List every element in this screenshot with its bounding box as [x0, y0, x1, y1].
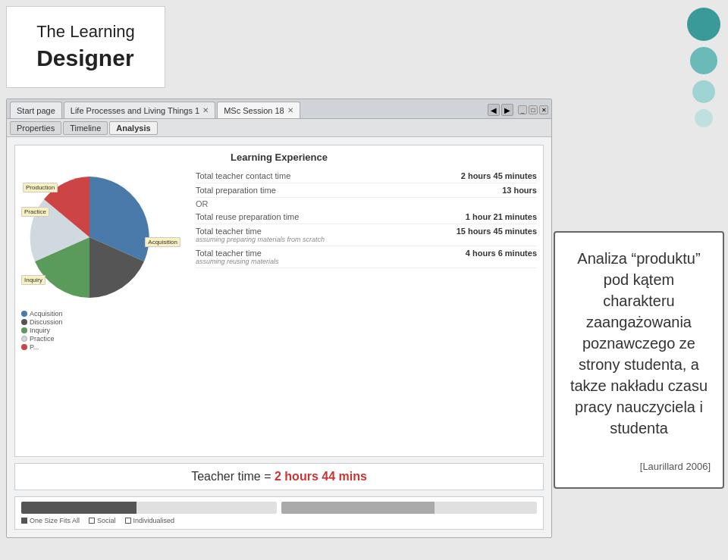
app-window: Start page Life Processes and Living Thi… [6, 99, 552, 538]
teacher-time-value: 2 hours 44 mins [275, 470, 367, 483]
legend-sq-one-size [21, 518, 27, 524]
progress-bar-1-fill [21, 502, 136, 514]
tab-life-processes-close[interactable]: ✕ [202, 106, 209, 114]
pie-label-acquisition: Acquisition [145, 237, 180, 247]
tab-msc-session[interactable]: MSc Session 18 ✕ [217, 102, 300, 118]
progress-bar-2-fill [281, 502, 435, 514]
minimize-button[interactable]: _ [518, 105, 527, 114]
stat-teacher2-label: Total teacher time [196, 249, 262, 258]
pie-label-practice: Practice [21, 207, 49, 217]
stat-contact-label: Total teacher contact time [196, 171, 290, 180]
sub-tab-properties[interactable]: Properties [10, 121, 61, 135]
close-button[interactable]: ✕ [539, 105, 548, 114]
legend-production: P... [21, 343, 188, 351]
teacher-time-prefix: Teacher time = [191, 470, 275, 483]
stat-contact-value: 2 hours 45 minutes [461, 171, 537, 180]
circle-4 [695, 109, 713, 127]
legend-individualised-label: Individualised [133, 517, 175, 524]
le-title: Learning Experience [21, 152, 537, 163]
le-body: Production Practice Inquiry Acquisition … [21, 169, 537, 352]
logo-box: The Learning Designer [6, 6, 165, 88]
legend-item-one-size: One Size Fits All [21, 517, 80, 524]
stat-teacher2-value: 4 hours 6 minutes [466, 249, 537, 258]
sub-tab-analysis[interactable]: Analysis [109, 121, 157, 135]
progress-bar-1-bg [21, 502, 277, 514]
stat-row-prep: Total preparation time 13 hours [196, 183, 537, 198]
stat-teacher1-label: Total teacher time [196, 227, 262, 236]
logo-line1: The Learning [36, 22, 135, 41]
legend-discussion: Discussion [21, 318, 188, 326]
tab-msc-session-close[interactable]: ✕ [287, 106, 293, 114]
stat-prep-label: Total preparation time [196, 186, 276, 195]
citation: [Laurillard 2006] [567, 461, 711, 472]
teacher-time-banner: Teacher time = 2 hours 44 mins [14, 463, 544, 490]
chart-legend: Acquisition Discussion Inquiry Prac [21, 310, 188, 351]
tab-start-page[interactable]: Start page [10, 102, 62, 118]
sub-tab-bar: Properties Timeline Analysis [7, 119, 551, 137]
legend-practice: Practice [21, 335, 188, 343]
legend-sq-individualised [125, 518, 131, 524]
circle-3 [692, 80, 715, 103]
stat-prep-value: 13 hours [502, 186, 537, 195]
sub-tab-timeline[interactable]: Timeline [63, 121, 108, 135]
stat-teacher2-sublabel: assuming reusing materials [196, 258, 279, 265]
pie-label-production: Production [23, 183, 58, 192]
legend-social-label: Social [97, 517, 116, 524]
progress-bar-2-bg [281, 502, 537, 514]
stat-or: OR [196, 198, 537, 210]
legend-production-label: P... [30, 343, 39, 351]
circle-2 [690, 47, 717, 74]
legend-discussion-label: Discussion [30, 318, 63, 326]
legend-inquiry-label: Inquiry [30, 327, 50, 334]
tab-bar: Start page Life Processes and Living Thi… [7, 99, 551, 119]
tab-life-processes-label: Life Processes and Living Things 1 [71, 106, 199, 115]
tab-navigation: ◀ ▶ [488, 104, 513, 116]
stat-row-teacher1: Total teacher time 15 hours 45 minutes a… [196, 224, 537, 246]
legend-item-social: Social [89, 517, 116, 524]
sub-tab-timeline-label: Timeline [70, 124, 101, 133]
legend-acquisition-label: Acquisition [30, 310, 63, 318]
stat-row-contact: Total teacher contact time 2 hours 45 mi… [196, 169, 537, 183]
content-area: Learning Experience [7, 137, 551, 537]
right-panel: Analiza “produktu” pod kątem charakteru … [554, 231, 724, 489]
stat-teacher1-sublabel: assuming preparing materials from scratc… [196, 236, 325, 243]
sub-tab-properties-label: Properties [17, 124, 55, 133]
legend-item-individualised: Individualised [125, 517, 175, 524]
tab-prev-button[interactable]: ◀ [488, 104, 500, 116]
stat-reuse-value: 1 hour 21 minutes [466, 212, 537, 221]
tab-msc-session-label: MSc Session 18 [224, 106, 284, 115]
pie-label-inquiry: Inquiry [21, 275, 46, 285]
window-controls: _ □ ✕ [518, 105, 548, 114]
progress-row-1 [21, 502, 537, 514]
learning-experience-panel: Learning Experience [14, 145, 544, 457]
stat-teacher1-value: 15 hours 45 minutes [457, 227, 537, 236]
maximize-button[interactable]: □ [529, 105, 538, 114]
circle-1 [687, 8, 720, 41]
logo-line2: Designer [36, 45, 133, 70]
stats-area: Total teacher contact time 2 hours 45 mi… [196, 169, 537, 352]
chart-area: Production Practice Inquiry Acquisition … [21, 169, 188, 352]
tab-start-page-label: Start page [17, 106, 55, 115]
bottom-legend: One Size Fits All Social Individualised [21, 517, 537, 524]
polish-text: Analiza “produktu” pod kątem charakteru … [567, 248, 711, 439]
decorative-circles [687, 8, 720, 127]
stat-reuse-label: Total reuse preparation time [196, 212, 299, 221]
legend-acquisition: Acquisition [21, 310, 188, 318]
tab-next-button[interactable]: ▶ [501, 104, 513, 116]
stat-row-reuse: Total reuse preparation time 1 hour 21 m… [196, 210, 537, 224]
legend-one-size-label: One Size Fits All [30, 517, 80, 524]
legend-practice-label: Practice [30, 335, 55, 343]
tab-life-processes[interactable]: Life Processes and Living Things 1 ✕ [64, 102, 215, 118]
logo-text: The Learning Designer [36, 21, 135, 73]
legend-sq-social [89, 518, 95, 524]
legend-inquiry: Inquiry [21, 327, 188, 334]
bottom-area: One Size Fits All Social Individualised [14, 496, 544, 530]
sub-tab-analysis-label: Analysis [116, 124, 150, 133]
stat-row-teacher2: Total teacher time 4 hours 6 minutes ass… [196, 246, 537, 268]
